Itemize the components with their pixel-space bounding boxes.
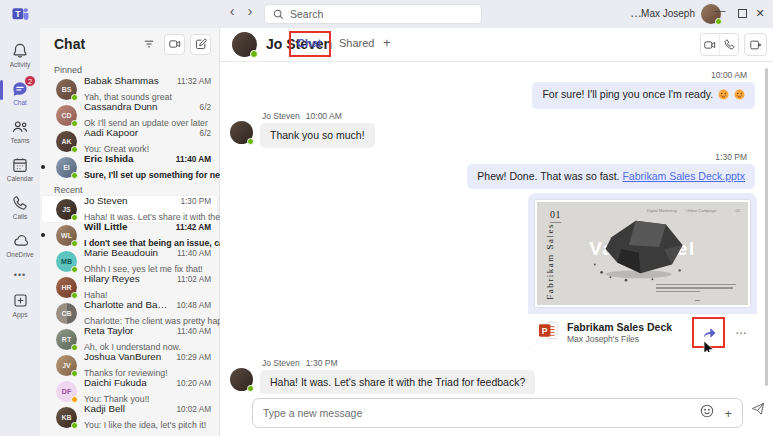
chat-list-item[interactable]: JV Joshua VanBuren10:29 AMThanks for rev… bbox=[42, 352, 217, 378]
presence-available-icon bbox=[71, 266, 78, 273]
conversation-avatar[interactable] bbox=[232, 32, 257, 57]
sidebar-item-activity[interactable]: Activity bbox=[0, 36, 40, 74]
avatar: KB bbox=[56, 407, 77, 428]
sidebar-item-apps[interactable]: Apps bbox=[0, 286, 40, 324]
attach-plus-button[interactable]: + bbox=[724, 406, 732, 421]
unread-dot bbox=[41, 165, 45, 169]
sidebar-item-teams[interactable]: Teams bbox=[0, 112, 40, 150]
video-call-button[interactable] bbox=[701, 34, 720, 55]
bell-icon bbox=[11, 41, 29, 60]
presence-available-icon bbox=[71, 120, 78, 127]
message-bubble-sent[interactable]: Phew! Done. That was so fast. Fabrikam S… bbox=[467, 164, 755, 189]
chat-time: 10:02 AM bbox=[176, 405, 211, 414]
chat-list-item-selected[interactable]: JS Jo Steven1:30 PMHaha! It was. Let's s… bbox=[42, 196, 217, 222]
app-rail: Activity 2 Chat Teams Calendar Calls One… bbox=[0, 28, 40, 436]
message-bubble-received[interactable]: Haha! It was. Let's share it with the Tr… bbox=[260, 370, 535, 394]
sidebar-item-label: OneDrive bbox=[6, 251, 33, 258]
message-bubble-received[interactable]: Thank you so much! bbox=[260, 123, 375, 148]
chat-name: Charlotte and Babak bbox=[84, 299, 172, 310]
chat-name: Jo Steven bbox=[84, 195, 177, 206]
forward-button[interactable]: › bbox=[242, 3, 258, 19]
filter-button[interactable] bbox=[139, 34, 159, 54]
new-chat-button[interactable] bbox=[190, 34, 211, 55]
chat-list-header: Chat bbox=[40, 28, 219, 60]
scrollbar[interactable] bbox=[765, 68, 768, 386]
minimize-button[interactable]: — bbox=[713, 4, 727, 16]
calendar-icon bbox=[11, 155, 29, 174]
chat-list-item[interactable]: MB Marie Beaudouin11:40 AMOhhh I see, ye… bbox=[42, 248, 217, 274]
message-group-received: Jo Steven1:30 PM Haha! It was. Let's sha… bbox=[230, 358, 773, 394]
avatar: AK bbox=[56, 131, 77, 152]
phone-icon bbox=[11, 193, 29, 212]
avatar: BS bbox=[56, 79, 77, 100]
presence-available-icon bbox=[250, 50, 258, 58]
back-button[interactable]: ‹ bbox=[224, 3, 240, 19]
sidebar-item-chat[interactable]: 2 Chat bbox=[0, 74, 40, 112]
file-attachment-card[interactable]: 01 Fabrikam Sales VanArsdel Digital Mark… bbox=[528, 193, 757, 352]
tab-shared[interactable]: Shared bbox=[339, 37, 374, 49]
chat-time: 11:02 AM bbox=[177, 275, 211, 284]
chat-time: 11:42 AM bbox=[176, 223, 211, 232]
message-bubble-sent[interactable]: For sure! I'll ping you once I'm ready. bbox=[532, 82, 755, 109]
chat-list-item[interactable]: WL Will Little11:42 AMI don't see that b… bbox=[42, 222, 217, 248]
audio-call-button[interactable] bbox=[720, 34, 738, 55]
file-info-row[interactable]: P Fabrikam Sales Deck Max Joseph's Files… bbox=[528, 314, 757, 352]
slide-meta-text: Digital Marketing bbox=[647, 208, 677, 213]
maximize-button[interactable] bbox=[738, 9, 747, 18]
add-people-button[interactable] bbox=[744, 33, 767, 56]
annotation-box-chat-tab bbox=[289, 31, 331, 57]
sender-avatar[interactable] bbox=[230, 368, 253, 391]
chat-time: 11:40 AM bbox=[177, 249, 211, 258]
conversation-header: Jo Steven Chat Shared + bbox=[220, 28, 773, 62]
file-more-button[interactable]: … bbox=[735, 323, 747, 337]
chat-list-item[interactable]: DF Daichi Fukuda10:20 AMYou: Thank you!! bbox=[42, 378, 217, 404]
chat-list-item[interactable]: RT Reta Taylor11:40 AMAh, ok I understan… bbox=[42, 326, 217, 352]
message-timestamp: 10:00 AM bbox=[220, 70, 747, 80]
powerpoint-icon: P bbox=[538, 320, 559, 345]
chat-time: 10:20 AM bbox=[176, 379, 211, 388]
chat-list-item[interactable]: BS Babak Shammas11:32 AMYah, that sounds… bbox=[42, 76, 217, 102]
presence-available-icon bbox=[71, 146, 78, 153]
chat-list-item[interactable]: AK Aadi Kapoor6/2You: Great work! bbox=[42, 128, 217, 154]
slide-page-number: 02 bbox=[736, 208, 740, 213]
chat-list-item[interactable]: KB Kadji Bell10:02 AMYou: I like the ide… bbox=[42, 404, 217, 430]
rail-more-button[interactable]: ••• bbox=[14, 264, 26, 286]
chat-preview: You: I like the idea, let's pitch it! bbox=[84, 420, 206, 430]
search-input[interactable]: Search bbox=[264, 4, 482, 24]
presence-available-icon bbox=[247, 138, 254, 145]
title-bar: T ‹ › Search … Max Joseph — ✕ bbox=[0, 0, 773, 28]
message-composer: + bbox=[252, 398, 743, 428]
presence-available-icon bbox=[247, 385, 254, 392]
chat-list-item[interactable]: CD Cassandra Dunn6/2Ok I'll send an upda… bbox=[42, 102, 217, 128]
avatar: JV bbox=[56, 355, 77, 376]
send-button[interactable] bbox=[750, 401, 766, 421]
sidebar-item-calendar[interactable]: Calendar bbox=[0, 150, 40, 188]
message-timestamp: 1:30 PM bbox=[220, 152, 747, 162]
chat-list-item[interactable]: HR Hilary Reyes11:02 AMHaha! bbox=[42, 274, 217, 300]
presence-available-icon bbox=[71, 94, 78, 101]
forward-button[interactable] bbox=[697, 321, 721, 345]
teams-logo-icon: T bbox=[12, 5, 29, 26]
chat-list-item[interactable]: CB Charlotte and Babak10:48 AMCharlotte:… bbox=[42, 300, 217, 326]
message-timestamp: 1:30 PM bbox=[306, 358, 338, 368]
sidebar-item-onedrive[interactable]: OneDrive bbox=[0, 226, 40, 264]
add-tab-button[interactable]: + bbox=[383, 35, 391, 50]
emoji-picker-button[interactable] bbox=[700, 404, 714, 422]
sender-avatar[interactable] bbox=[230, 121, 253, 144]
apps-icon bbox=[12, 291, 29, 310]
sidebar-item-label: Teams bbox=[10, 137, 29, 144]
sidebar-item-label: Activity bbox=[10, 61, 31, 68]
sidebar-item-calls[interactable]: Calls bbox=[0, 188, 40, 226]
file-link[interactable]: Fabrikam Sales Deck.pptx bbox=[622, 170, 745, 182]
chat-list-item[interactable]: EI Eric Ishida11:40 AMSure, I'll set up … bbox=[42, 154, 217, 180]
slide-paragraph-lines bbox=[656, 284, 736, 295]
message-input[interactable] bbox=[263, 407, 690, 419]
teams-people-icon bbox=[11, 117, 29, 136]
chat-time: 11:32 AM bbox=[177, 77, 211, 86]
presence-available-icon bbox=[71, 344, 78, 351]
presence-available-icon bbox=[71, 172, 78, 179]
close-button[interactable]: ✕ bbox=[753, 7, 767, 20]
meet-now-button[interactable] bbox=[164, 34, 185, 55]
avatar: HR bbox=[56, 277, 77, 298]
chat-time: 1:30 PM bbox=[181, 197, 212, 206]
